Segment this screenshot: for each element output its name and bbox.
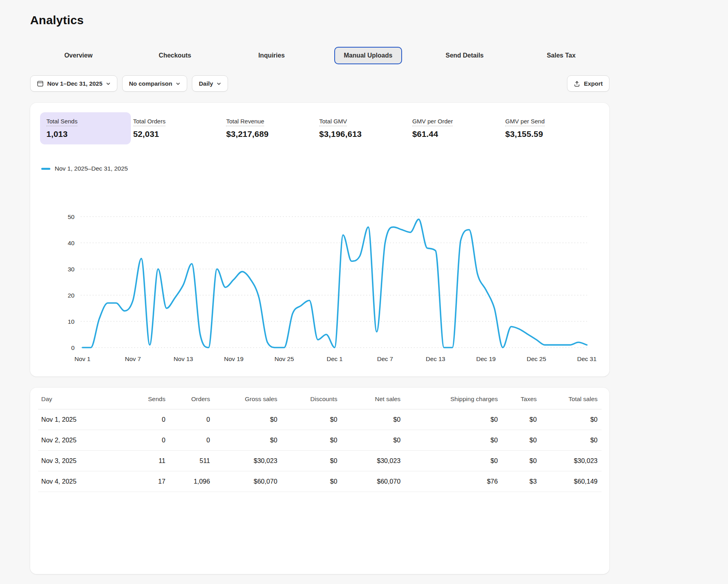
value-cell: $60,070	[341, 471, 404, 492]
metric-gmv-per-order[interactable]: GMV per Order$61.44	[412, 112, 506, 144]
day-cell: Nov 4, 2025	[38, 471, 130, 492]
value-cell: $0	[281, 409, 341, 430]
svg-text:Nov 25: Nov 25	[274, 355, 294, 362]
column-header-taxes: Taxes	[502, 389, 540, 409]
metric-total-sends[interactable]: Total Sends1,013	[40, 112, 131, 144]
chart-legend: Nov 1, 2025–Dec 31, 2025	[41, 165, 598, 172]
svg-text:0: 0	[71, 344, 75, 351]
svg-text:30: 30	[68, 266, 75, 273]
metric-value: $61.44	[412, 129, 506, 139]
value-cell: $76	[404, 471, 502, 492]
date-range-label: Nov 1–Dec 31, 2025	[47, 80, 102, 87]
value-cell: 0	[130, 430, 169, 451]
svg-text:20: 20	[68, 292, 75, 299]
svg-text:40: 40	[68, 240, 75, 246]
metric-label: Total Orders	[133, 118, 166, 126]
value-cell: $0	[214, 430, 282, 451]
tab-label: Checkouts	[149, 47, 201, 64]
value-cell: $0	[214, 409, 282, 430]
column-header-total-sales: Total sales	[541, 389, 602, 409]
sends-line-chart: 01020304050Nov 1Nov 7Nov 13Nov 19Nov 25D…	[41, 188, 598, 365]
tab-checkouts[interactable]: Checkouts	[127, 47, 224, 64]
value-cell: 0	[169, 430, 214, 451]
daily-table-card: DaySendsOrdersGross salesDiscountsNet sa…	[30, 388, 609, 574]
value-cell: 11	[130, 451, 169, 471]
date-range-button[interactable]: Nov 1–Dec 31, 2025	[30, 75, 117, 92]
tab-inquiries[interactable]: Inquiries	[223, 47, 320, 64]
column-header-net-sales: Net sales	[341, 389, 404, 409]
metric-gmv-per-send[interactable]: GMV per Send$3,155.59	[505, 112, 598, 144]
svg-text:Dec 25: Dec 25	[527, 355, 546, 362]
page-title: Analytics	[30, 13, 609, 27]
tab-send-details[interactable]: Send Details	[416, 47, 513, 64]
value-cell: $0	[281, 451, 341, 471]
value-cell: $0	[502, 451, 540, 471]
svg-text:Dec 1: Dec 1	[327, 355, 343, 362]
value-cell: 17	[130, 471, 169, 492]
svg-text:10: 10	[68, 318, 75, 325]
column-header-gross-sales: Gross sales	[214, 389, 282, 409]
comparison-button[interactable]: No comparison	[122, 75, 187, 92]
value-cell: $0	[341, 409, 404, 430]
tab-label: Overview	[55, 47, 102, 64]
value-cell: $0	[404, 451, 502, 471]
column-header-discounts: Discounts	[281, 389, 341, 409]
value-cell: $0	[281, 430, 341, 451]
metric-total-gmv[interactable]: Total GMV$3,196,613	[319, 112, 412, 144]
granularity-label: Daily	[199, 80, 213, 87]
sends-series-line	[82, 219, 587, 348]
metric-label: GMV per Send	[505, 118, 544, 126]
svg-text:Nov 13: Nov 13	[174, 355, 193, 362]
metric-value: $3,155.59	[505, 129, 598, 139]
legend-line-swatch	[41, 168, 50, 170]
analytics-page: Analytics OverviewCheckoutsInquiriesManu…	[30, 0, 609, 574]
value-cell: $0	[404, 409, 502, 430]
analytics-table: DaySendsOrdersGross salesDiscountsNet sa…	[38, 389, 602, 492]
svg-text:Nov 7: Nov 7	[125, 355, 141, 362]
metrics-row: Total Sends1,013Total Orders52,031Total …	[41, 112, 598, 144]
export-button[interactable]: Export	[567, 75, 609, 92]
value-cell: $0	[404, 430, 502, 451]
metric-label: Total Sends	[46, 118, 77, 126]
tab-overview[interactable]: Overview	[30, 47, 127, 64]
metric-value: $3,196,613	[319, 129, 412, 139]
metric-total-revenue[interactable]: Total Revenue$3,217,689	[226, 112, 319, 144]
tab-sales-tax[interactable]: Sales Tax	[513, 47, 610, 64]
value-cell: $0	[502, 409, 540, 430]
value-cell: $60,149	[541, 471, 602, 492]
value-cell: $30,023	[541, 451, 602, 471]
metric-total-orders[interactable]: Total Orders52,031	[133, 112, 226, 144]
svg-text:Dec 13: Dec 13	[426, 355, 445, 362]
granularity-button[interactable]: Daily	[192, 75, 228, 92]
value-cell: $0	[281, 471, 341, 492]
value-cell: $0	[541, 430, 602, 451]
table-row: Nov 4, 2025171,096$60,070$0$60,070$76$3$…	[38, 471, 602, 492]
tab-label: Send Details	[436, 47, 493, 64]
day-cell: Nov 3, 2025	[38, 451, 130, 471]
svg-text:Dec 31: Dec 31	[577, 355, 596, 362]
value-cell: $30,023	[341, 451, 404, 471]
table-row: Nov 3, 202511511$30,023$0$30,023$0$0$30,…	[38, 451, 602, 471]
filter-bar: Nov 1–Dec 31, 2025 No comparison Daily	[30, 75, 609, 92]
export-label: Export	[584, 80, 603, 87]
column-header-orders: Orders	[169, 389, 214, 409]
chevron-down-icon	[216, 81, 221, 86]
value-cell: $3	[502, 471, 540, 492]
value-cell: $60,070	[214, 471, 282, 492]
day-cell: Nov 1, 2025	[38, 409, 130, 430]
value-cell: 0	[130, 409, 169, 430]
chart-card: Total Sends1,013Total Orders52,031Total …	[30, 103, 609, 377]
comparison-label: No comparison	[129, 80, 172, 87]
tab-label: Sales Tax	[537, 47, 585, 64]
value-cell: $0	[541, 409, 602, 430]
value-cell: 511	[169, 451, 214, 471]
table-row: Nov 1, 202500$0$0$0$0$0$0	[38, 409, 602, 430]
chevron-down-icon	[106, 81, 111, 86]
value-cell: $0	[341, 430, 404, 451]
day-cell: Nov 2, 2025	[38, 430, 130, 451]
svg-text:Dec 7: Dec 7	[377, 355, 393, 362]
metric-label: Total GMV	[319, 118, 347, 126]
tab-manual-uploads[interactable]: Manual Uploads	[320, 47, 417, 64]
tabs-row: OverviewCheckoutsInquiriesManual Uploads…	[30, 47, 609, 64]
column-header-sends: Sends	[130, 389, 169, 409]
